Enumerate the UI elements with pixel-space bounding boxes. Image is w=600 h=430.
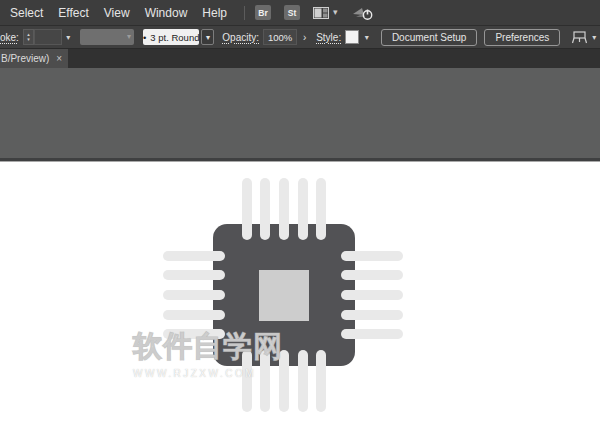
workspace-layout-icon: [313, 7, 329, 19]
stroke-weight-input[interactable]: [34, 29, 62, 45]
chip-pin[interactable]: [298, 350, 308, 412]
chip-pin[interactable]: [279, 178, 289, 240]
bridge-button[interactable]: Br: [255, 5, 271, 20]
chip-pin[interactable]: [163, 310, 225, 320]
control-toolbar: oke: ▴ ▾ ▾ ▾ • 3 pt. Round ▾ Opacity: 10…: [0, 25, 600, 48]
brush-bullet-icon: •: [143, 32, 146, 43]
stroke-weight-stepper[interactable]: ▴ ▾: [23, 29, 34, 45]
watermark: 软件自学网 WWW.RJZXW.COM: [133, 327, 283, 379]
chip-pin[interactable]: [163, 251, 225, 261]
chip-pin[interactable]: [163, 270, 225, 280]
chip-die-shape[interactable]: [259, 270, 309, 321]
chip-pin[interactable]: [316, 178, 326, 240]
brush-definition-value: 3 pt. Round: [150, 32, 199, 43]
width-profile-dropdown[interactable]: ▾: [80, 29, 134, 45]
chip-pin[interactable]: [163, 290, 225, 300]
pasteboard[interactable]: [0, 68, 600, 158]
menu-item-effect[interactable]: Effect: [58, 6, 88, 20]
opacity-input[interactable]: 100%: [263, 29, 297, 45]
chip-pin[interactable]: [242, 178, 252, 240]
preferences-button[interactable]: Preferences: [484, 29, 560, 46]
style-dropdown-icon[interactable]: ▾: [361, 29, 373, 45]
style-swatch[interactable]: [345, 30, 359, 44]
brush-definition-dropdown-button[interactable]: ▾: [201, 29, 214, 45]
document-tab[interactable]: B/Preview) ×: [0, 49, 68, 68]
stroke-label[interactable]: oke:: [0, 32, 19, 43]
stroke-weight-dropdown-icon[interactable]: ▾: [62, 29, 74, 45]
chip-pin[interactable]: [341, 251, 403, 261]
document-setup-button[interactable]: Document Setup: [381, 29, 478, 46]
opacity-label[interactable]: Opacity:: [222, 32, 259, 43]
chip-pin[interactable]: [341, 329, 403, 339]
stock-button[interactable]: St: [284, 5, 300, 20]
arrange-panel-icon[interactable]: [572, 31, 588, 44]
style-label[interactable]: Style:: [316, 32, 341, 43]
document-tab-bar: B/Preview) ×: [0, 48, 600, 68]
chip-pin[interactable]: [341, 270, 403, 280]
chip-pin[interactable]: [341, 290, 403, 300]
opacity-slider-arrow-icon[interactable]: ›: [299, 29, 310, 45]
menu-bar: Select Effect View Window Help Br St ▾: [0, 0, 600, 25]
document-tab-label: B/Preview): [1, 53, 49, 64]
artboard-canvas[interactable]: 软件自学网 WWW.RJZXW.COM: [0, 162, 600, 430]
tab-close-icon[interactable]: ×: [56, 54, 62, 64]
menu-item-select[interactable]: Select: [10, 6, 43, 20]
chevron-down-icon: ▾: [333, 8, 338, 17]
chip-pin[interactable]: [341, 310, 403, 320]
menu-item-window[interactable]: Window: [145, 6, 188, 20]
brush-definition-combo[interactable]: • 3 pt. Round: [143, 29, 199, 45]
chevron-down-icon: ▾: [206, 33, 210, 42]
chip-pin[interactable]: [260, 178, 270, 240]
workspace-switcher[interactable]: ▾: [313, 7, 338, 19]
menu-item-view[interactable]: View: [104, 6, 130, 20]
watermark-title: 软件自学网: [133, 327, 283, 367]
stepper-down-icon[interactable]: ▾: [27, 37, 30, 43]
watermark-url: WWW.RJZXW.COM: [133, 368, 283, 379]
chip-pin[interactable]: [298, 178, 308, 240]
chip-pin[interactable]: [316, 350, 326, 412]
share-launch-icon[interactable]: [352, 5, 374, 21]
chevron-down-icon: ▾: [127, 33, 131, 41]
menu-item-help[interactable]: Help: [202, 6, 227, 20]
chevron-down-icon[interactable]: ▾: [588, 29, 600, 45]
menubar-divider: [244, 6, 245, 20]
